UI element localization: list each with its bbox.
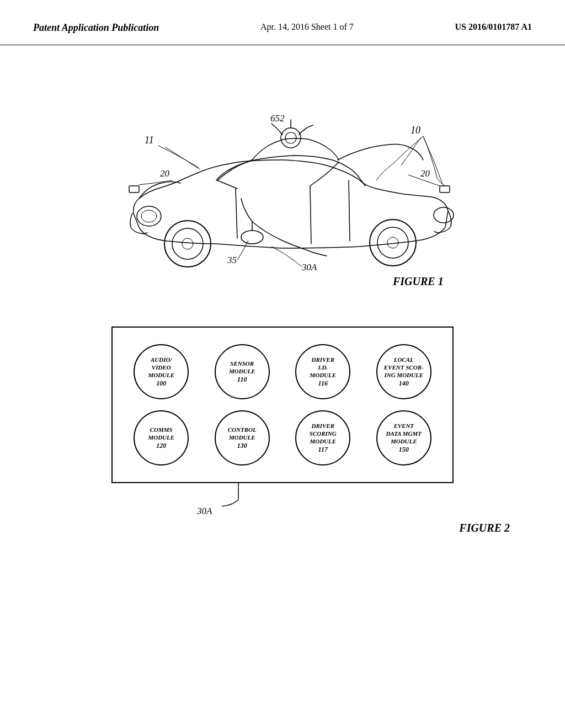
svg-point-7 (387, 237, 398, 248)
label-11: 11 (145, 135, 154, 146)
svg-point-5 (370, 220, 416, 266)
svg-point-11 (241, 231, 263, 244)
figure1-container: 11 10 20 20 652 35 30A FIGURE 1 (95, 78, 470, 293)
svg-point-8 (434, 207, 454, 223)
label-35: 35 (227, 255, 237, 265)
module-driver-scoring: DRIVERSCORINGMODULE 117 (295, 410, 350, 465)
header-patent-number: US 2016/0101787 A1 (455, 22, 532, 32)
header-date-sheet: Apr. 14, 2016 Sheet 1 of 7 (260, 22, 354, 32)
label-20-right: 20 (420, 168, 430, 179)
figure2-section: AUDIO/VIDEOMODULE 100 SENSORMODULE 110 D… (33, 326, 532, 534)
module-grid: AUDIO/VIDEOMODULE 100 SENSORMODULE 110 D… (124, 344, 441, 465)
svg-rect-13 (440, 186, 450, 192)
module-driver-id: DRIVERI.D.MODULE 116 (295, 344, 350, 399)
svg-point-4 (182, 238, 193, 249)
figure1-svg: 11 10 20 20 652 35 30A FIGURE 1 (95, 78, 470, 293)
figure2-bracket-svg: 30A (156, 483, 321, 516)
header-publication-label: Patent Application Publication (33, 22, 159, 34)
label-20-left: 20 (160, 168, 170, 179)
module-event-data-mgmt: EVENTDATA MGMTMODULE 150 (376, 410, 431, 465)
label-30a-fig1: 30A (301, 262, 317, 272)
module-control: CONTROLMODULE 130 (215, 410, 270, 465)
svg-rect-12 (129, 186, 139, 192)
module-comms: COMMSMODULE 120 (134, 410, 189, 465)
module-grid-box: AUDIO/VIDEOMODULE 100 SENSORMODULE 110 D… (111, 326, 454, 483)
module-audio-video: AUDIO/VIDEOMODULE 100 (134, 344, 189, 399)
module-sensor: SENSORMODULE 110 (215, 344, 270, 399)
svg-point-0 (137, 206, 161, 226)
figure1-label: FIGURE 1 (392, 275, 444, 287)
main-content: 11 10 20 20 652 35 30A FIGURE 1 (0, 45, 565, 545)
svg-point-9 (281, 128, 301, 148)
label-30a-fig2: 30A (196, 506, 212, 516)
label-652: 652 (270, 113, 285, 124)
svg-point-1 (141, 210, 157, 222)
label-10: 10 (411, 125, 420, 136)
figure2-label: FIGURE 2 (33, 522, 532, 534)
module-local-event-scoring: LOCALEVENT SCOR-ING MODULE 140 (376, 344, 431, 399)
svg-point-10 (285, 132, 296, 143)
page-header: Patent Application Publication Apr. 14, … (0, 0, 565, 45)
